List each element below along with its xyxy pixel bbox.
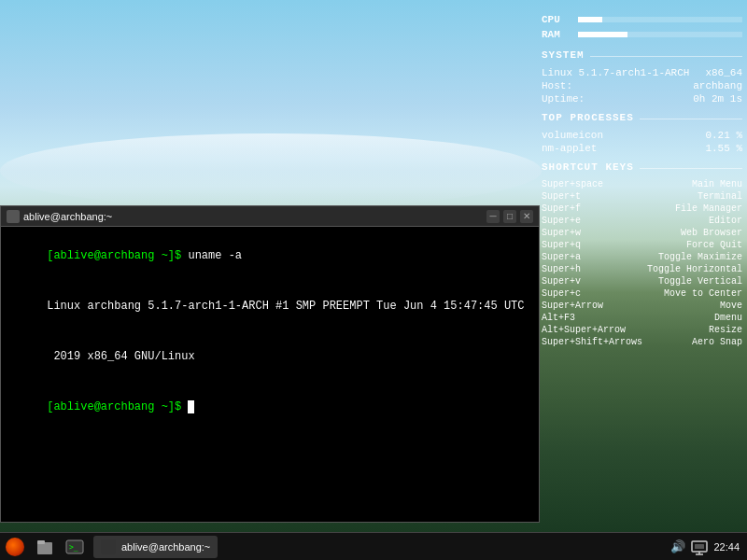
shortcut-row-5: Super+qForce Quit — [542, 240, 742, 250]
shortcut-action-12: Resize — [709, 325, 742, 335]
cloud-layer — [0, 133, 542, 208]
shortcut-key-12: Alt+Super+Arrow — [542, 325, 626, 335]
term-cmd-0: uname -a — [181, 249, 242, 262]
shortcut-action-13: Aero Snap — [692, 337, 742, 347]
shortcut-row-11: Alt+F3Dmenu — [542, 313, 742, 323]
shortcut-key-3: Super+e — [542, 216, 581, 226]
terminal-titlebar: ablive@archbang:~ ─ □ ✕ — [1, 206, 539, 227]
shortcut-key-5: Super+q — [542, 240, 581, 250]
cpu-row: CPU — [542, 14, 742, 25]
cpu-bar-fill — [578, 17, 602, 22]
ram-bar-fill — [578, 32, 627, 37]
taskbar-firefox-btn[interactable] — [2, 534, 28, 560]
cpu-bar-bg — [578, 17, 742, 22]
shortcut-row-2: Super+fFile Manager — [542, 203, 742, 214]
system-label-2: Uptime: — [542, 93, 585, 105]
shortcut-row-10: Super+ArrowMove — [542, 301, 742, 311]
shortcut-row-3: Super+eEditor — [542, 216, 742, 226]
term-prompt-0: [ablive@archbang ~]$ — [47, 249, 181, 262]
process-value-1: 1.55 % — [705, 143, 742, 154]
process-name-1: nm-applet — [542, 143, 597, 154]
process-row-0: volumeicon 0.21 % — [542, 130, 742, 141]
term-line-2: 2019 x86_64 GNU/Linux — [7, 331, 533, 382]
system-value-0: x86_64 — [705, 67, 742, 78]
shortcut-action-6: Toggle Maximize — [658, 252, 742, 262]
shortcuts-list: Super+spaceMain MenuSuper+tTerminalSuper… — [542, 179, 742, 347]
shortcut-row-8: Super+vToggle Vertical — [542, 276, 742, 287]
shortcut-action-8: Toggle Vertical — [658, 276, 742, 287]
terminal-maximize-btn[interactable]: □ — [503, 210, 516, 223]
term-cmd-3 — [181, 400, 188, 413]
shortcut-action-1: Terminal — [698, 191, 742, 202]
shortcut-key-13: Super+Shift+Arrows — [542, 337, 642, 347]
process-value-0: 0.21 % — [705, 130, 742, 141]
taskbar-files-btn[interactable] — [32, 534, 58, 560]
terminal-window-icon — [7, 210, 20, 223]
shortcut-key-9: Super+c — [542, 288, 581, 299]
taskbar-app-icon — [101, 539, 116, 554]
taskbar-app-label: ablive@archbang:~ — [121, 541, 210, 553]
terminal-window: ablive@archbang:~ ─ □ ✕ [ablive@archbang… — [0, 205, 540, 523]
term-cursor — [188, 400, 194, 413]
shortcut-row-0: Super+spaceMain Menu — [542, 179, 742, 189]
top-processes-title: TOP PROCESSES — [542, 112, 634, 123]
shortcut-row-4: Super+wWeb Browser — [542, 228, 742, 238]
shortcut-row-7: Super+hToggle Horizontal — [542, 264, 742, 274]
terminal-body[interactable]: [ablive@archbang ~]$ uname -a Linux arch… — [1, 227, 539, 522]
terminal-small-icon: >_ — [65, 538, 84, 556]
ram-label: RAM — [542, 29, 574, 40]
system-value-2: 0h 2m 1s — [693, 93, 742, 105]
shortcut-key-10: Super+Arrow — [542, 301, 603, 311]
system-row-1: Host: archbang — [542, 80, 742, 91]
top-processes-header: TOP PROCESSES — [542, 112, 742, 126]
terminal-minimize-btn[interactable]: ─ — [486, 210, 500, 223]
taskbar-terminal-small-btn[interactable]: >_ — [62, 534, 88, 560]
terminal-close-btn[interactable]: ✕ — [520, 210, 533, 223]
shortcut-action-0: Main Menu — [692, 179, 742, 189]
term-line-3: [ablive@archbang ~]$ — [7, 382, 533, 432]
terminal-title: ablive@archbang:~ — [23, 211, 483, 222]
shortcut-key-8: Super+v — [542, 276, 581, 287]
files-icon — [35, 538, 54, 556]
network-icon[interactable] — [691, 539, 708, 555]
term-line-1: Linux archbang 5.1.7-arch1-1-ARCH #1 SMP… — [7, 281, 533, 331]
process-row-1: nm-applet 1.55 % — [542, 143, 742, 154]
svg-rect-1 — [37, 540, 45, 544]
shortcut-row-6: Super+aToggle Maximize — [542, 252, 742, 262]
shortcut-action-4: Web Browser — [681, 228, 742, 238]
shortcut-action-11: Dmenu — [714, 313, 742, 323]
process-name-0: volumeicon — [542, 130, 603, 141]
taskbar-right: 🔊 22:44 — [670, 539, 740, 555]
ram-row: RAM — [542, 29, 742, 40]
shortcut-key-11: Alt+F3 — [542, 313, 575, 323]
system-section-header: SYSTEM — [542, 49, 742, 63]
system-label-0: Linux 5.1.7-arch1-1-ARCH — [542, 67, 689, 78]
svg-rect-7 — [695, 544, 704, 549]
system-value-1: archbang — [693, 80, 742, 91]
shortcut-title: SHORTCUT KEYS — [542, 161, 634, 173]
shortcut-key-0: Super+space — [542, 179, 603, 189]
shortcut-action-7: Toggle Horizontal — [647, 264, 742, 274]
shortcut-action-9: Move to Center — [664, 288, 742, 299]
cpu-label: CPU — [542, 14, 574, 25]
shortcut-header: SHORTCUT KEYS — [542, 161, 742, 175]
shortcut-action-5: Force Quit — [686, 240, 742, 250]
shortcut-action-3: Editor — [709, 216, 742, 226]
shortcut-action-2: File Manager — [675, 203, 742, 214]
firefox-icon — [6, 538, 24, 556]
volume-icon[interactable]: 🔊 — [670, 539, 685, 553]
shortcut-action-10: Move — [720, 301, 742, 311]
taskbar-app-button[interactable]: ablive@archbang:~ — [93, 536, 218, 558]
taskbar-active-app: ablive@archbang:~ — [93, 536, 670, 558]
shortcut-row-9: Super+cMove to Center — [542, 288, 742, 299]
taskbar-clock: 22:44 — [713, 541, 740, 553]
shortcut-key-6: Super+a — [542, 252, 581, 262]
term-prompt-3: [ablive@archbang ~]$ — [47, 400, 181, 413]
system-label-1: Host: — [542, 80, 572, 91]
shortcut-row-13: Super+Shift+ArrowsAero Snap — [542, 337, 742, 347]
shortcut-key-4: Super+w — [542, 228, 581, 238]
shortcut-row-1: Super+tTerminal — [542, 191, 742, 202]
shortcut-key-2: Super+f — [542, 203, 581, 214]
svg-text:>_: >_ — [69, 543, 78, 552]
system-row-0: Linux 5.1.7-arch1-1-ARCH x86_64 — [542, 67, 742, 78]
